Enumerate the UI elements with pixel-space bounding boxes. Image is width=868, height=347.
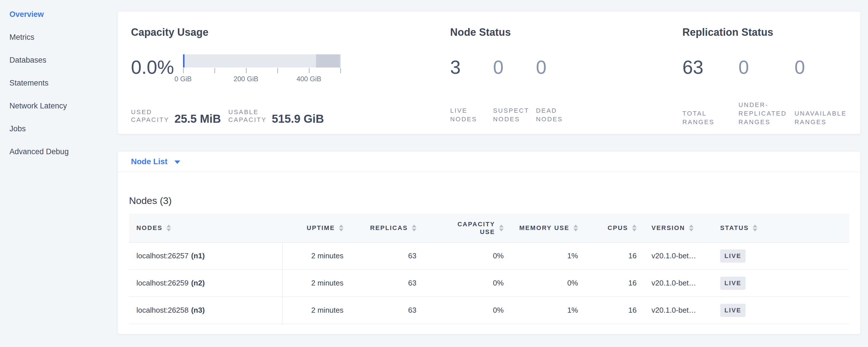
sidebar-item-jobs[interactable]: Jobs xyxy=(9,117,115,140)
cluster-summary-card: Capacity Usage 0.0% 0 GiB 200 GiB 400 Gi… xyxy=(117,11,861,134)
replicas-cell: 63 xyxy=(351,297,424,324)
total-ranges-label: TOTAL RANGES xyxy=(682,109,739,126)
column-header-uptime[interactable]: UPTIME xyxy=(282,214,351,242)
total-ranges-count: 63 xyxy=(682,58,739,77)
cpus-cell: 16 xyxy=(585,270,644,297)
table-row-node-2[interactable]: localhost:26259(n2) 2 minutes 63 0% 0% 1… xyxy=(129,270,849,297)
capacity-stats: USED CAPACITY 25.5 MiB USABLE CAPACITY 5… xyxy=(131,101,324,124)
replicas-cell: 63 xyxy=(351,242,424,270)
status-badge: LIVE xyxy=(720,304,746,317)
axis-label-200gib: 200 GiB xyxy=(234,75,258,83)
node-list-card: Node List Nodes (3) NODES UPTIME xyxy=(117,151,861,335)
replication-numbers: 63 0 0 xyxy=(682,54,805,80)
sidebar-item-metrics[interactable]: Metrics xyxy=(9,26,115,49)
nodes-table: NODES UPTIME REPLICAS CAPACITY USE xyxy=(129,214,849,324)
sort-icon xyxy=(689,225,693,231)
replication-status-title: Replication Status xyxy=(682,26,773,38)
capacity-bar-chart: 0 GiB 200 GiB 400 GiB xyxy=(183,54,341,80)
status-cell: LIVE xyxy=(713,297,849,324)
status-cell: LIVE xyxy=(713,270,849,297)
axis-label-400gib: 400 GiB xyxy=(297,75,321,83)
table-header-row: NODES UPTIME REPLICAS CAPACITY USE xyxy=(129,214,849,242)
dead-nodes-label: DEAD NODES xyxy=(536,106,563,124)
nodes-heading: Nodes (3) xyxy=(129,195,849,206)
chevron-down-icon xyxy=(175,160,180,164)
usable-capacity-value: 515.9 GiB xyxy=(272,113,324,124)
status-badge: LIVE xyxy=(720,277,746,290)
node-id: (n3) xyxy=(191,306,205,314)
node-list-dropdown[interactable]: Node List xyxy=(131,157,180,166)
suspect-nodes-label: SUSPECT NODES xyxy=(493,106,536,124)
nodes-table-body: Nodes (3) NODES UPTIME REPLIC xyxy=(118,195,861,324)
dead-nodes-count: 0 xyxy=(536,58,547,77)
live-nodes-count: 3 xyxy=(450,58,493,77)
replicas-cell: 63 xyxy=(351,270,424,297)
table-row-node-3[interactable]: localhost:26258(n3) 2 minutes 63 0% 1% 1… xyxy=(129,297,849,324)
cpus-cell: 16 xyxy=(585,242,644,270)
capacity-usage-section: Capacity Usage 0.0% 0 GiB 200 GiB 400 Gi… xyxy=(131,11,445,134)
capacity-used-percent: 0.0% xyxy=(131,58,183,77)
capacity-bar-other-segment xyxy=(316,54,340,67)
under-replicated-ranges-label: UNDER- REPLICATED RANGES xyxy=(739,101,795,126)
column-header-nodes[interactable]: NODES xyxy=(129,214,282,242)
column-header-cpus[interactable]: CPUS xyxy=(585,214,644,242)
suspect-nodes-count: 0 xyxy=(493,58,536,77)
node-status-numbers: 3 0 0 xyxy=(450,54,547,80)
uptime-cell: 2 minutes xyxy=(282,297,351,324)
used-capacity-label: USED CAPACITY xyxy=(131,108,169,124)
sidebar-item-databases[interactable]: Databases xyxy=(9,49,115,71)
unavailable-ranges-label: UNAVAILABLE RANGES xyxy=(795,109,846,126)
replication-status-section: Replication Status 63 0 0 TOTAL RANGES U… xyxy=(682,11,860,134)
capacity-usage-title: Capacity Usage xyxy=(131,26,209,38)
memory-use-cell: 1% xyxy=(511,297,585,324)
sort-icon xyxy=(499,225,504,231)
node-status-labels: LIVE NODES SUSPECT NODES DEAD NODES xyxy=(450,101,563,124)
column-header-status[interactable]: STATUS xyxy=(713,214,849,242)
live-nodes-label: LIVE NODES xyxy=(450,106,493,124)
version-cell: v20.1.0-bet… xyxy=(644,270,713,297)
node-address: localhost:26258 xyxy=(136,306,188,314)
node-address-cell[interactable]: localhost:26258(n3) xyxy=(129,297,282,324)
node-status-section: Node Status 3 0 0 LIVE NODES SUSPECT NOD… xyxy=(450,11,673,134)
node-address-cell[interactable]: localhost:26259(n2) xyxy=(129,270,282,297)
capacity-use-cell: 0% xyxy=(424,297,511,324)
node-list-dropdown-bar: Node List xyxy=(118,151,861,172)
uptime-cell: 2 minutes xyxy=(282,242,351,270)
status-badge: LIVE xyxy=(720,249,746,263)
node-address-cell[interactable]: localhost:26257(n1) xyxy=(129,242,282,270)
sidebar-item-network-latency[interactable]: Network Latency xyxy=(9,94,115,117)
uptime-cell: 2 minutes xyxy=(282,270,351,297)
node-id: (n1) xyxy=(191,251,205,260)
used-capacity-value: 25.5 MiB xyxy=(175,113,221,124)
table-row-node-1[interactable]: localhost:26257(n1) 2 minutes 63 0% 1% 1… xyxy=(129,242,849,270)
used-capacity-stat: USED CAPACITY 25.5 MiB xyxy=(131,108,221,124)
sort-icon xyxy=(412,225,416,231)
column-header-capacity-use[interactable]: CAPACITY USE xyxy=(424,214,511,242)
node-id: (n2) xyxy=(191,279,205,287)
sort-icon xyxy=(574,225,578,231)
under-replicated-ranges-count: 0 xyxy=(739,58,795,77)
status-cell: LIVE xyxy=(713,242,849,270)
version-cell: v20.1.0-bet… xyxy=(644,297,713,324)
capacity-usage-chart: 0.0% 0 GiB 200 GiB 400 GiB xyxy=(131,54,341,80)
column-header-version[interactable]: VERSION xyxy=(644,214,713,242)
sidebar-item-advanced-debug[interactable]: Advanced Debug xyxy=(9,140,115,163)
sort-icon xyxy=(339,225,343,231)
axis-label-0gib: 0 GiB xyxy=(175,75,192,83)
column-header-replicas[interactable]: REPLICAS xyxy=(351,214,424,242)
capacity-axis-ticks xyxy=(183,68,341,73)
node-list-dropdown-label: Node List xyxy=(131,157,167,166)
node-address: localhost:26257 xyxy=(136,251,188,260)
capacity-bar-used-segment xyxy=(183,54,184,67)
memory-use-cell: 0% xyxy=(511,270,585,297)
unavailable-ranges-count: 0 xyxy=(795,58,805,77)
usable-capacity-label: USABLE CAPACITY xyxy=(228,108,267,124)
replication-labels: TOTAL RANGES UNDER- REPLICATED RANGES UN… xyxy=(682,101,846,124)
sidebar-item-overview[interactable]: Overview xyxy=(9,3,115,26)
column-header-memory-use[interactable]: MEMORY USE xyxy=(511,214,585,242)
node-address: localhost:26259 xyxy=(136,279,188,287)
node-status-title: Node Status xyxy=(450,26,511,38)
capacity-use-cell: 0% xyxy=(424,270,511,297)
sidebar-item-statements[interactable]: Statements xyxy=(9,71,115,94)
cpus-cell: 16 xyxy=(585,297,644,324)
